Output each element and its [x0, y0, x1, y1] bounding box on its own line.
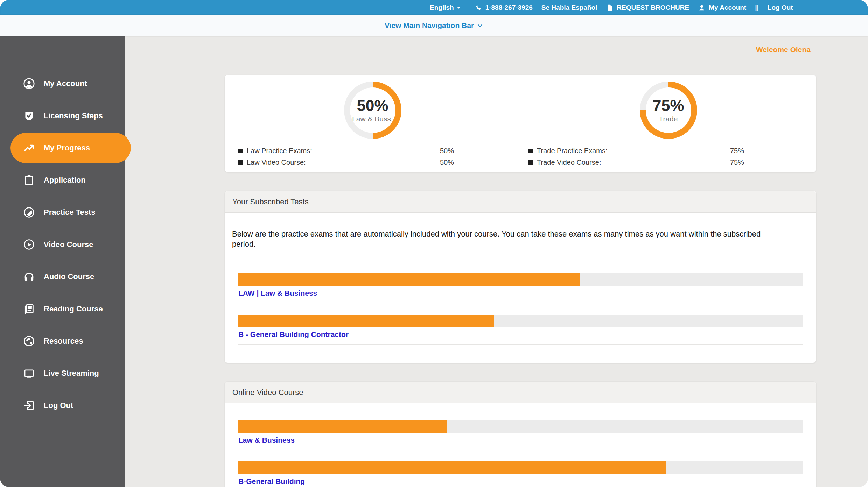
- legend-label: Trade Video Course:: [537, 158, 601, 167]
- donut-percent: 50%: [357, 98, 388, 113]
- my-account-link[interactable]: My Account: [698, 4, 746, 12]
- sidebar-item-log-out[interactable]: Log Out: [0, 389, 125, 422]
- card-title: Online Video Course: [225, 382, 816, 403]
- globe-icon: [23, 335, 35, 347]
- legend-label: Trade Practice Exams:: [537, 147, 608, 155]
- sidebar-item-label: Reading Course: [44, 304, 103, 313]
- subscribed-tests-description: Below are the practice exams that are au…: [232, 229, 783, 249]
- sidebar-item-my-progress[interactable]: My Progress: [10, 133, 131, 163]
- license-check-icon: [23, 110, 35, 122]
- screen-cast-icon: [23, 367, 35, 379]
- sidebar-item-licensing-steps[interactable]: Licensing Steps: [0, 100, 125, 132]
- legend-bullet: [238, 149, 243, 153]
- pie-icon: [23, 206, 35, 218]
- donut-sublabel: Trade: [659, 115, 678, 123]
- progress-summary-card: 50% Law & Buss. 75% Trade: [224, 75, 817, 172]
- trade-progress-donut: 75% Trade: [640, 82, 697, 139]
- phone-link[interactable]: 1-888-267-3926: [475, 4, 533, 12]
- my-account-label: My Account: [709, 4, 746, 12]
- sidebar-item-my-account[interactable]: My Account: [0, 68, 125, 100]
- sidebar-item-label: Audio Course: [44, 272, 94, 281]
- sidebar-nav: My Account Licensing Steps My Progress A…: [0, 36, 125, 487]
- card-title: Your Subscribed Tests: [225, 191, 816, 213]
- sidebar-item-resources[interactable]: Resources: [0, 325, 125, 357]
- logout-icon: [23, 400, 35, 411]
- sidebar-item-label: My Account: [44, 79, 87, 88]
- course-link[interactable]: B-General Building: [238, 477, 305, 486]
- language-dropdown[interactable]: English: [430, 4, 461, 12]
- legend-value: 50%: [440, 158, 454, 167]
- chevron-down-icon: [456, 6, 461, 9]
- view-main-navigation-label: View Main Navigation Bar: [385, 21, 474, 30]
- secondary-nav-bar: View Main Navigation Bar: [0, 15, 868, 36]
- online-video-course-card: Online Video Course Law & Business B-Gen…: [224, 381, 817, 487]
- clipboard-icon: [23, 174, 35, 186]
- trend-up-icon: [23, 142, 35, 154]
- test-link[interactable]: B - General Building Contractor: [238, 330, 349, 339]
- sidebar-item-label: Log Out: [44, 401, 73, 410]
- main-content: Welcome Olena 50% Law & Buss.: [125, 36, 868, 487]
- legend-value: 75%: [730, 147, 744, 155]
- legend-bullet: [238, 160, 243, 165]
- subscribed-tests-card: Your Subscribed Tests Below are the prac…: [224, 191, 817, 363]
- course-progress-row: B-General Building: [238, 461, 803, 487]
- legend-row: Law Practice Exams: 50%: [238, 147, 454, 155]
- course-progress-row: Law & Business: [238, 420, 803, 450]
- legend-bullet: [528, 160, 533, 165]
- language-label: English: [430, 4, 454, 12]
- phone-number: 1-888-267-3926: [485, 4, 533, 12]
- legend-row: Trade Video Course: 75%: [528, 158, 744, 167]
- progress-track: [238, 461, 803, 474]
- progress-fill: [238, 273, 580, 286]
- progress-track: [238, 315, 803, 327]
- sidebar-item-label: Application: [44, 176, 86, 185]
- sidebar-item-practice-tests[interactable]: Practice Tests: [0, 196, 125, 228]
- sidebar-item-label: Practice Tests: [44, 208, 96, 217]
- app-page: English 1-888-267-3926 Se Habla Español …: [0, 0, 868, 487]
- request-brochure-link[interactable]: REQUEST BROCHURE: [606, 4, 689, 12]
- progress-fill: [238, 315, 494, 327]
- legend-label: Law Practice Exams:: [247, 147, 312, 155]
- sidebar-item-video-course[interactable]: Video Course: [0, 228, 125, 261]
- legend-row: Trade Practice Exams: 75%: [528, 147, 744, 155]
- progress-fill: [238, 420, 447, 433]
- legend-value: 50%: [440, 147, 454, 155]
- law-progress-donut: 50% Law & Buss.: [344, 82, 401, 139]
- progress-track: [238, 273, 803, 286]
- sidebar-item-label: Video Course: [44, 240, 93, 249]
- person-icon: [698, 4, 706, 12]
- progress-fill: [238, 461, 666, 474]
- sidebar-item-label: My Progress: [44, 143, 90, 153]
- legend-label: Law Video Course:: [247, 158, 306, 167]
- logout-link[interactable]: Log Out: [768, 4, 793, 12]
- user-icon: [23, 78, 35, 90]
- sidebar-item-reading-course[interactable]: Reading Course: [0, 293, 125, 325]
- play-circle-icon: [23, 239, 35, 250]
- brochure-document-icon: [606, 4, 614, 12]
- law-legend: Law Practice Exams: 50% Law Video Course…: [225, 147, 520, 170]
- test-progress-row: LAW | Law & Business: [238, 273, 803, 303]
- sidebar-item-label: Resources: [44, 337, 83, 346]
- legend-value: 75%: [730, 158, 744, 167]
- reading-icon: [23, 303, 35, 315]
- legend-row: Law Video Course: 50%: [238, 158, 454, 167]
- top-utility-bar: English 1-888-267-3926 Se Habla Español …: [0, 0, 868, 15]
- headphones-icon: [23, 271, 35, 283]
- view-main-navigation-toggle[interactable]: View Main Navigation Bar: [385, 21, 483, 30]
- progress-track: [238, 420, 803, 433]
- se-habla-link[interactable]: Se Habla Español: [541, 4, 597, 12]
- sidebar-item-label: Licensing Steps: [44, 111, 103, 120]
- topbar-separator: ||: [755, 4, 759, 12]
- phone-icon: [475, 4, 482, 12]
- test-progress-row: B - General Building Contractor: [238, 315, 803, 345]
- sidebar-item-application[interactable]: Application: [0, 164, 125, 196]
- legend-bullet: [528, 149, 533, 153]
- test-link[interactable]: LAW | Law & Business: [238, 289, 317, 297]
- course-link[interactable]: Law & Business: [238, 436, 295, 444]
- sidebar-item-label: Live Streaming: [44, 369, 99, 378]
- chevron-down-icon: [477, 22, 483, 29]
- sidebar-item-audio-course[interactable]: Audio Course: [0, 261, 125, 293]
- sidebar-item-live-streaming[interactable]: Live Streaming: [0, 357, 125, 389]
- welcome-text: Welcome Olena: [756, 45, 811, 54]
- trade-legend: Trade Practice Exams: 75% Trade Video Co…: [520, 147, 816, 170]
